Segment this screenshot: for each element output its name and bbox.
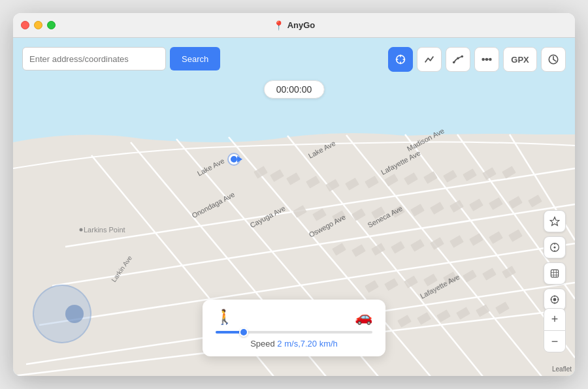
single-route-button[interactable] xyxy=(417,47,442,72)
svg-point-85 xyxy=(461,55,464,58)
favorites-button[interactable] xyxy=(544,210,566,232)
speed-icons: 🚶 🚗 xyxy=(216,309,372,326)
compass-icon xyxy=(549,242,560,253)
svg-point-103 xyxy=(553,298,557,302)
gpx-button[interactable]: GPX xyxy=(503,47,537,72)
svg-point-86 xyxy=(482,58,485,61)
jump-route-icon xyxy=(481,54,493,65)
svg-point-84 xyxy=(457,57,459,59)
joystick[interactable] xyxy=(33,285,91,343)
joystick-outer xyxy=(33,285,91,343)
jump-route-button[interactable] xyxy=(474,47,499,72)
history-icon xyxy=(547,54,559,65)
speed-text: Speed xyxy=(250,339,277,349)
compass-button[interactable] xyxy=(544,236,566,258)
svg-rect-97 xyxy=(551,270,558,277)
map-controls-right xyxy=(544,210,566,311)
traffic-lights xyxy=(21,21,56,29)
svg-point-94 xyxy=(553,246,555,248)
speed-value: 2 m/s,7.20 km/h xyxy=(277,339,337,349)
map-container[interactable]: Lake Ave Lake Ave Madison Ave Lafayette … xyxy=(13,38,575,376)
gpx-label: GPX xyxy=(511,55,529,65)
svg-point-87 xyxy=(485,58,489,61)
svg-text:Larkins Point: Larkins Point xyxy=(84,226,125,234)
crosshair-icon xyxy=(395,54,406,65)
zoom-out-icon: − xyxy=(551,335,559,349)
leaflet-badge: Leaflet xyxy=(552,366,572,373)
app-window: 📍 AnyGo xyxy=(13,13,575,376)
location-dot xyxy=(229,154,239,164)
layers-button[interactable] xyxy=(544,262,566,285)
multi-route-button[interactable] xyxy=(446,47,470,72)
timer-badge: 00:00:00 xyxy=(264,80,325,99)
speed-panel: 🚶 🚗 Speed 2 m/s,7.20 km/h xyxy=(203,300,385,356)
timer-value: 00:00:00 xyxy=(276,84,312,95)
center-location-button[interactable] xyxy=(544,288,566,311)
toolbar-right: GPX xyxy=(388,47,566,72)
multi-route-icon xyxy=(452,54,464,65)
svg-point-76 xyxy=(80,228,83,232)
history-button[interactable] xyxy=(541,47,566,72)
speed-slider-track[interactable] xyxy=(216,331,372,334)
pin-icon: 📍 xyxy=(273,20,284,31)
zoom-in-button[interactable]: + xyxy=(544,308,566,330)
walking-icon: 🚶 xyxy=(216,309,233,326)
joystick-dot xyxy=(65,305,84,323)
teleport-tool-button[interactable] xyxy=(388,47,413,72)
driving-icon: 🚗 xyxy=(355,309,372,326)
zoom-out-button[interactable]: − xyxy=(544,330,566,352)
maximize-button[interactable] xyxy=(47,21,56,29)
speed-slider-thumb xyxy=(239,328,248,337)
single-route-icon xyxy=(423,54,435,65)
center-location-icon xyxy=(549,294,560,305)
location-marker xyxy=(229,154,239,164)
svg-marker-92 xyxy=(550,217,559,226)
zoom-controls: + − xyxy=(544,308,566,352)
search-input[interactable] xyxy=(22,47,166,70)
close-button[interactable] xyxy=(21,21,29,29)
layers-icon xyxy=(549,268,560,279)
speed-label: Speed 2 m/s,7.20 km/h xyxy=(216,339,372,349)
toolbar-left: Search xyxy=(22,47,220,70)
star-icon xyxy=(549,216,560,226)
location-arrow xyxy=(237,156,242,163)
svg-point-88 xyxy=(489,58,492,61)
app-title: 📍 AnyGo xyxy=(273,20,316,31)
app-title-text: AnyGo xyxy=(287,20,316,30)
leaflet-label: Leaflet xyxy=(552,366,572,373)
minimize-button[interactable] xyxy=(34,21,42,29)
search-button[interactable]: Search xyxy=(170,47,220,70)
zoom-in-icon: + xyxy=(551,313,559,326)
titlebar: 📍 AnyGo xyxy=(13,13,575,38)
svg-point-83 xyxy=(453,61,455,64)
